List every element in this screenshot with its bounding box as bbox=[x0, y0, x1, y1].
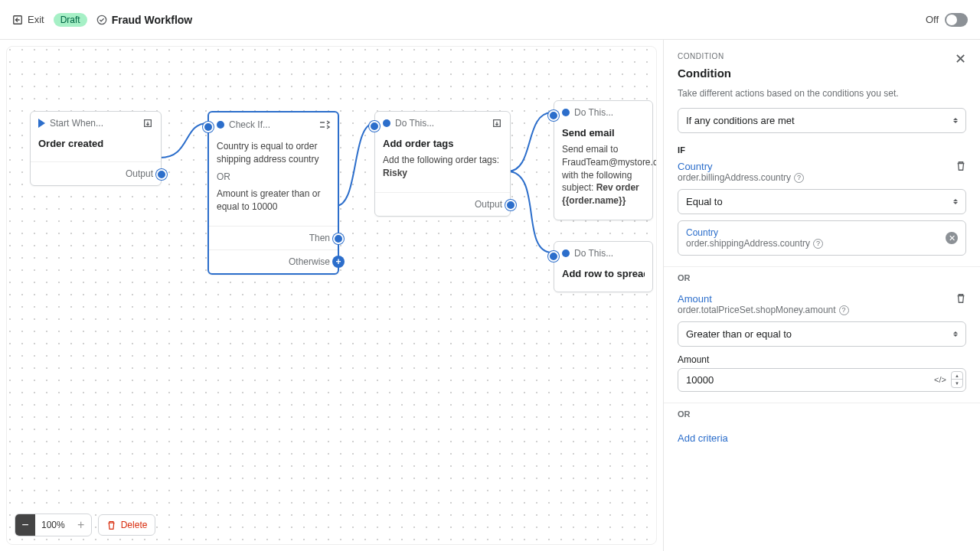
code-icon[interactable]: </> bbox=[931, 372, 949, 387]
check-circle-icon bbox=[96, 15, 107, 25]
workflow-title: Fraud Workflow bbox=[96, 14, 193, 26]
exit-button[interactable]: Exit bbox=[12, 14, 44, 25]
value-reference-box[interactable]: Country order.shippingAddress.country? ✕ bbox=[678, 220, 966, 256]
step-down[interactable]: ▼ bbox=[952, 380, 962, 387]
exit-icon bbox=[12, 15, 23, 25]
zoom-controls: − 100% + Delete bbox=[15, 514, 155, 536]
input-port[interactable] bbox=[203, 122, 214, 132]
criteria-path: order.billingAddress.country? bbox=[678, 172, 804, 183]
stepper[interactable]: ▲▼ bbox=[951, 371, 963, 388]
operator-select[interactable]: Equal to bbox=[678, 189, 966, 214]
input-port[interactable] bbox=[548, 251, 559, 262]
criteria-path: order.totalPriceSet.shopMoney.amount? bbox=[678, 305, 849, 315]
node-dot-icon bbox=[217, 121, 224, 129]
delete-criteria-button[interactable] bbox=[956, 293, 966, 304]
help-icon[interactable]: ? bbox=[813, 239, 823, 249]
select-caret-icon bbox=[953, 118, 958, 123]
node-check-if[interactable]: Check If... Country is equal to order sh… bbox=[207, 111, 339, 275]
amount-input[interactable] bbox=[678, 368, 966, 392]
node-dot-icon bbox=[562, 109, 570, 116]
activate-toggle[interactable] bbox=[945, 13, 968, 27]
node-subtitle: Send email to FraudTeam@mystore.co with … bbox=[562, 143, 645, 207]
node-type-label: Check If... bbox=[229, 119, 270, 130]
exit-label: Exit bbox=[28, 14, 44, 25]
then-port[interactable] bbox=[333, 233, 344, 244]
branch-icon bbox=[318, 119, 330, 131]
amount-field-label: Amount bbox=[678, 354, 966, 365]
input-port[interactable] bbox=[548, 110, 559, 121]
or-divider: OR bbox=[664, 266, 980, 282]
node-type-label: Do This... bbox=[395, 118, 434, 129]
node-add-tags[interactable]: Do This... Add order tags Add the follow… bbox=[374, 111, 511, 217]
zoom-out-button[interactable]: − bbox=[15, 514, 35, 536]
panel-title: Condition bbox=[678, 67, 731, 80]
node-subtitle: Add the following order tags: Risky bbox=[383, 154, 502, 180]
output-label: Output bbox=[126, 168, 153, 179]
workflow-canvas[interactable]: Start When... Order created Output Check… bbox=[6, 46, 657, 545]
draft-badge: Draft bbox=[54, 13, 87, 27]
delete-criteria-button[interactable] bbox=[956, 161, 966, 171]
delete-button[interactable]: Delete bbox=[98, 514, 156, 536]
node-dot-icon bbox=[383, 119, 390, 127]
node-send-email[interactable]: Do This... Send email Send email to Frau… bbox=[554, 100, 653, 220]
clear-value-button[interactable]: ✕ bbox=[946, 232, 958, 244]
value-name: Country bbox=[686, 227, 823, 238]
node-dot-icon bbox=[562, 249, 570, 257]
node-type-label: Do This... bbox=[574, 107, 613, 118]
help-icon[interactable]: ? bbox=[794, 173, 804, 183]
node-title: Send email bbox=[562, 127, 645, 139]
panel-description: Take different actions based on the cond… bbox=[678, 88, 966, 99]
help-icon[interactable]: ? bbox=[839, 305, 849, 315]
condition-2: Amount is greater than or equal to 10000 bbox=[217, 187, 330, 214]
select-caret-icon bbox=[953, 331, 958, 337]
import-icon bbox=[142, 118, 153, 129]
node-title: Add row to spreadsheet bbox=[562, 268, 645, 279]
add-otherwise-button[interactable]: + bbox=[332, 256, 345, 268]
add-criteria-button[interactable]: Add criteria bbox=[678, 432, 728, 444]
import-icon bbox=[492, 118, 502, 129]
operator-select[interactable]: Greater than or equal to bbox=[678, 321, 966, 347]
condition-panel: CONDITION Condition ✕ Take different act… bbox=[663, 40, 980, 551]
node-title: Order created bbox=[38, 138, 153, 149]
panel-eyebrow: CONDITION bbox=[678, 52, 731, 60]
zoom-value: 100% bbox=[35, 520, 71, 530]
criteria-name[interactable]: Amount bbox=[678, 293, 849, 305]
or-divider: OR bbox=[664, 403, 980, 419]
topbar: Exit Draft Fraud Workflow Off bbox=[0, 0, 980, 40]
node-start[interactable]: Start When... Order created Output bbox=[30, 111, 162, 186]
condition-1: Country is equal to order shipping addre… bbox=[217, 140, 330, 166]
output-label: Output bbox=[475, 199, 502, 210]
output-port[interactable] bbox=[156, 169, 167, 180]
value-path: order.shippingAddress.country? bbox=[686, 238, 823, 249]
node-type-label: Start When... bbox=[50, 118, 103, 129]
then-label: Then bbox=[309, 233, 330, 243]
or-divider: OR bbox=[217, 171, 330, 184]
node-type-label: Do This... bbox=[574, 248, 613, 259]
step-up[interactable]: ▲ bbox=[952, 372, 962, 380]
input-port[interactable] bbox=[369, 121, 380, 132]
output-port[interactable] bbox=[505, 200, 516, 210]
condition-mode-select[interactable]: If any conditions are met bbox=[678, 108, 966, 133]
node-title: Add order tags bbox=[383, 138, 502, 149]
select-caret-icon bbox=[953, 199, 958, 204]
toggle-label: Off bbox=[926, 14, 939, 25]
play-icon bbox=[38, 119, 45, 128]
node-add-row[interactable]: Do This... Add row to spreadsheet bbox=[554, 241, 653, 292]
zoom-in-button[interactable]: + bbox=[71, 514, 91, 536]
otherwise-label: Otherwise bbox=[289, 256, 330, 267]
close-button[interactable]: ✕ bbox=[955, 52, 966, 66]
if-header: IF bbox=[678, 145, 966, 155]
trash-icon bbox=[106, 520, 116, 530]
criteria-name[interactable]: Country bbox=[678, 161, 804, 172]
